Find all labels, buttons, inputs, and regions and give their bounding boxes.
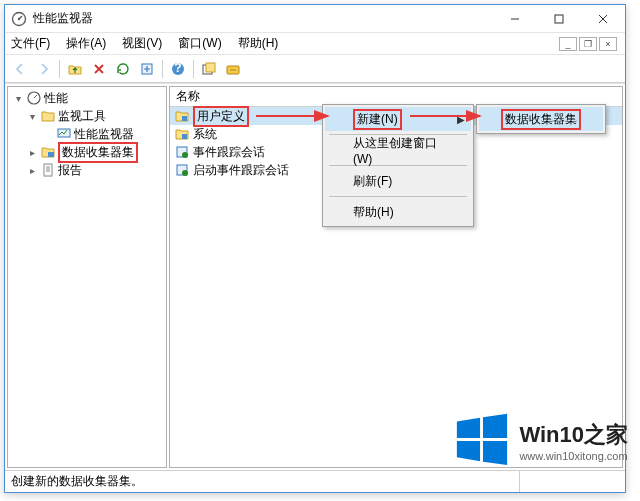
svg-rect-12 <box>44 164 52 176</box>
list-label: 启动事件跟踪会话 <box>193 162 289 179</box>
svg-point-1 <box>18 17 20 19</box>
tree-root[interactable]: ▾ 性能 <box>10 89 164 107</box>
perfmon-window: 性能监视器 文件(F) 操作(A) 视图(V) 窗口(W) 帮助(H) _ ❐ … <box>4 4 626 493</box>
ctx-create-window[interactable]: 从这里创建窗口(W) <box>325 138 471 162</box>
trace-icon <box>174 144 190 160</box>
svg-rect-10 <box>58 129 70 137</box>
tree-label: 数据收集器集 <box>58 142 138 163</box>
status-spacer <box>519 471 619 492</box>
toolbar-separator <box>162 60 163 78</box>
ctx-help[interactable]: 帮助(H) <box>325 200 471 224</box>
menubar: 文件(F) 操作(A) 视图(V) 窗口(W) 帮助(H) _ ❐ × <box>5 33 625 55</box>
svg-rect-14 <box>182 134 187 139</box>
titlebar: 性能监视器 <box>5 5 625 33</box>
ctx-label: 刷新(F) <box>353 173 392 190</box>
delete-button[interactable] <box>88 58 110 80</box>
refresh-button[interactable] <box>112 58 134 80</box>
back-button[interactable] <box>9 58 31 80</box>
run-button[interactable] <box>222 58 244 80</box>
monitor-icon <box>56 126 72 142</box>
svg-rect-13 <box>182 116 187 121</box>
folder-icon <box>40 108 56 124</box>
svg-rect-2 <box>555 15 563 23</box>
sub-collector-set[interactable]: 数据收集器集 <box>479 107 603 131</box>
ctx-new[interactable]: 新建(N) ▶ <box>325 107 471 131</box>
toolbar-separator <box>193 60 194 78</box>
tree-collector-sets[interactable]: ▸ 数据收集器集 <box>10 143 164 161</box>
help-button[interactable]: ? <box>167 58 189 80</box>
column-name: 名称 <box>176 88 200 105</box>
list-label: 系统 <box>193 126 217 143</box>
context-submenu: 数据收集器集 <box>476 104 606 134</box>
toolbar-separator <box>59 60 60 78</box>
ctx-refresh[interactable]: 刷新(F) <box>325 169 471 193</box>
folder-icon <box>174 108 190 124</box>
mdi-minimize[interactable]: _ <box>559 37 577 51</box>
tree-label: 报告 <box>58 162 82 179</box>
app-icon <box>11 11 27 27</box>
tree-label: 性能监视器 <box>74 126 134 143</box>
trace-icon <box>174 162 190 178</box>
window-title: 性能监视器 <box>33 10 493 27</box>
menu-help[interactable]: 帮助(H) <box>236 33 281 54</box>
report-icon <box>40 162 56 178</box>
tree-label: 性能 <box>44 90 68 107</box>
svg-point-18 <box>182 170 188 176</box>
statusbar: 创建新的数据收集器集。 <box>5 470 625 492</box>
ctx-separator <box>329 196 467 197</box>
ctx-label: 新建(N) <box>353 109 402 130</box>
expander-icon[interactable]: ▾ <box>12 92 24 104</box>
svg-point-16 <box>182 152 188 158</box>
forward-button[interactable] <box>33 58 55 80</box>
context-menu: 新建(N) ▶ 从这里创建窗口(W) 刷新(F) 帮助(H) <box>322 104 474 227</box>
svg-text:?: ? <box>174 61 181 75</box>
menu-action[interactable]: 操作(A) <box>64 33 108 54</box>
tree-reports[interactable]: ▸ 报告 <box>10 161 164 179</box>
expander-icon[interactable]: ▸ <box>26 164 38 176</box>
list-label: 用户定义 <box>193 106 249 127</box>
expander-icon[interactable]: ▾ <box>26 110 38 122</box>
mdi-close[interactable]: × <box>599 37 617 51</box>
tree-label: 监视工具 <box>58 108 106 125</box>
new-window-button[interactable] <box>198 58 220 80</box>
menu-file[interactable]: 文件(F) <box>9 33 52 54</box>
expander-icon[interactable]: ▸ <box>26 146 38 158</box>
expander-spacer <box>42 128 54 140</box>
submenu-arrow-icon: ▶ <box>457 114 465 125</box>
menu-window[interactable]: 窗口(W) <box>176 33 223 54</box>
mdi-controls: _ ❐ × <box>559 37 621 51</box>
mdi-restore[interactable]: ❐ <box>579 37 597 51</box>
tree-perfmon[interactable]: 性能监视器 <box>10 125 164 143</box>
status-text: 创建新的数据收集器集。 <box>11 473 519 490</box>
sub-label: 数据收集器集 <box>501 109 581 130</box>
menu-view[interactable]: 视图(V) <box>120 33 164 54</box>
tree-monitor-tools[interactable]: ▾ 监视工具 <box>10 107 164 125</box>
tree-pane[interactable]: ▾ 性能 ▾ 监视工具 性能监视器 ▸ 数据收集器集 ▸ <box>7 86 167 468</box>
close-button[interactable] <box>581 5 625 33</box>
list-label: 事件跟踪会话 <box>193 144 265 161</box>
client-area: ▾ 性能 ▾ 监视工具 性能监视器 ▸ 数据收集器集 ▸ <box>5 83 625 470</box>
folder-up-button[interactable] <box>64 58 86 80</box>
ctx-label: 从这里创建窗口(W) <box>353 135 449 166</box>
collector-icon <box>40 144 56 160</box>
minimize-button[interactable] <box>493 5 537 33</box>
svg-rect-7 <box>206 63 215 72</box>
maximize-button[interactable] <box>537 5 581 33</box>
perfmon-icon <box>26 90 42 106</box>
export-button[interactable] <box>136 58 158 80</box>
ctx-label: 帮助(H) <box>353 204 394 221</box>
svg-rect-11 <box>48 152 54 157</box>
folder-icon <box>174 126 190 142</box>
toolbar: ? <box>5 55 625 83</box>
